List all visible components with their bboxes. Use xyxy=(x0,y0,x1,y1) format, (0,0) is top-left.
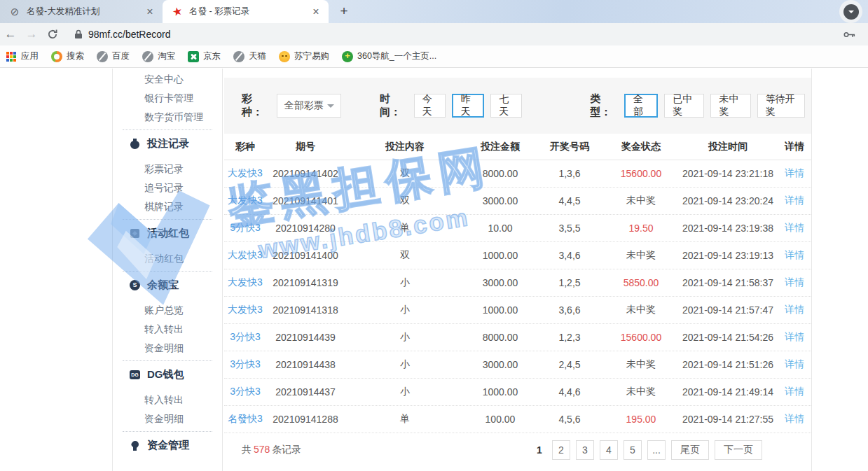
new-tab-button[interactable]: + xyxy=(335,3,353,21)
table-row: 3分快3 20210914439 小 8000.00 1,2,3 15600.0… xyxy=(224,324,811,351)
prize-status: 未中奖 xyxy=(604,304,678,316)
sidebar-item[interactable]: 账户总览 xyxy=(113,301,222,320)
browser-tab[interactable]: 名發 - 彩票记录 xyxy=(163,0,329,23)
last-page-button[interactable]: 尾页 xyxy=(671,440,709,460)
sidebar-item[interactable]: 转入转出 xyxy=(113,320,222,339)
table-row: 3分快3 20210914438 小 3000.00 2,4,5 未中奖 202… xyxy=(224,351,811,379)
time-filter-button[interactable]: 七天 xyxy=(490,94,522,118)
type-filter-button[interactable]: 已中奖 xyxy=(664,94,704,118)
bookmark-item[interactable]: 淘宝 xyxy=(142,50,175,62)
bet-time: 2021-09-14 21:57:47 xyxy=(678,304,778,316)
current-page: 1 xyxy=(532,440,546,460)
sidebar-item[interactable]: 余额宝 xyxy=(123,271,212,295)
bookmark-favicon-icon xyxy=(97,51,108,62)
bet-time: 2021-09-14 23:21:18 xyxy=(678,168,778,179)
refresh-icon[interactable] xyxy=(42,29,63,40)
col-header-lottery: 彩种 xyxy=(224,141,266,153)
type-filter-button[interactable]: 等待开奖 xyxy=(757,94,805,118)
sidebar-item[interactable]: 追号记录 xyxy=(113,178,222,197)
bookmark-item[interactable]: 应用 xyxy=(6,50,39,62)
time-filter-button[interactable]: 今天 xyxy=(414,94,446,118)
lottery-name-link[interactable]: 大发快3 xyxy=(224,167,266,180)
draw-numbers: 2,4,5 xyxy=(535,359,604,370)
lottery-name-link[interactable]: 3分快3 xyxy=(224,358,266,371)
bookmark-item[interactable]: 百度 xyxy=(97,50,130,62)
lottery-name-link[interactable]: 名發快3 xyxy=(224,413,266,426)
lottery-name-link[interactable]: 3分快3 xyxy=(224,386,266,398)
detail-link[interactable]: 详情 xyxy=(778,222,811,234)
type-filter-button[interactable]: 未中奖 xyxy=(710,94,750,118)
sidebar-item[interactable]: 银行卡管理 xyxy=(113,89,222,108)
page-number-button[interactable]: 2 xyxy=(552,440,570,460)
lottery-select[interactable]: 全部彩票 xyxy=(277,94,341,118)
detail-link[interactable]: 详情 xyxy=(778,386,811,398)
prize-status: 5850.00 xyxy=(604,277,678,288)
sidebar-section-icon xyxy=(130,139,140,149)
detail-link[interactable]: 详情 xyxy=(778,249,811,262)
sidebar-item[interactable]: 活动红包 xyxy=(123,219,212,244)
bet-amount: 8000.00 xyxy=(465,332,535,343)
bookmark-label: 搜索 xyxy=(67,50,84,62)
time-filter-group: 今天 昨天 七天 xyxy=(414,94,529,118)
type-filter-button[interactable]: 全部 xyxy=(624,94,658,118)
sidebar-item[interactable]: DG钱包 xyxy=(123,360,212,385)
detail-link[interactable]: 详情 xyxy=(778,167,811,180)
bookmark-item[interactable]: 京东 xyxy=(188,50,221,62)
time-filter-button[interactable]: 昨天 xyxy=(452,94,485,118)
col-header-detail: 详情 xyxy=(778,141,811,153)
lottery-name-link[interactable]: 大发快3 xyxy=(224,304,266,316)
sidebar-item[interactable]: 棋牌记录 xyxy=(113,197,222,216)
lottery-name-link[interactable]: 大发快3 xyxy=(224,276,266,289)
sidebar-item-label: 资金管理 xyxy=(147,439,189,452)
lottery-name-link[interactable]: 3分快3 xyxy=(224,331,266,344)
bookmark-item[interactable]: 苏宁易购 xyxy=(279,50,329,62)
col-header-issue: 期号 xyxy=(266,141,345,153)
chevron-down-icon xyxy=(327,104,334,111)
detail-link[interactable]: 详情 xyxy=(778,358,811,371)
sidebar-item-label: 棋牌记录 xyxy=(144,201,184,212)
sidebar-item[interactable]: 数字货币管理 xyxy=(113,108,222,127)
lottery-name-link[interactable]: 大发快3 xyxy=(224,249,266,262)
sidebar-item[interactable]: 资金明细 xyxy=(113,339,222,358)
sidebar-item[interactable]: 活动红包 xyxy=(113,249,222,268)
total-records: 共578条记录 xyxy=(242,444,301,456)
detail-link[interactable]: 详情 xyxy=(778,331,811,344)
sidebar-item[interactable]: 投注记录 xyxy=(123,129,212,154)
bookmark-item[interactable]: 搜索 xyxy=(51,50,84,62)
bet-content: 单 xyxy=(345,222,465,234)
page-number-button[interactable]: ... xyxy=(647,440,666,460)
bet-amount: 3000.00 xyxy=(465,195,535,206)
page-number-button[interactable]: 4 xyxy=(600,440,618,460)
bet-time: 2021-09-14 23:19:38 xyxy=(678,223,778,234)
detail-link[interactable]: 详情 xyxy=(778,195,811,207)
next-page-button[interactable]: 下一页 xyxy=(715,440,762,460)
address-bar[interactable]: 98mf.cc/betRecord xyxy=(88,29,171,40)
bookmark-item[interactable]: 360导航_一个主页... xyxy=(342,50,436,62)
sidebar-section-icon xyxy=(130,440,140,451)
bet-content: 单 xyxy=(345,413,465,426)
bet-content: 双 xyxy=(345,195,465,207)
total-count: 578 xyxy=(252,444,272,455)
sidebar-item[interactable]: 彩票记录 xyxy=(113,160,222,178)
lottery-name-link[interactable]: 大发快3 xyxy=(224,195,266,207)
sidebar-item[interactable]: 转入转出 xyxy=(113,391,222,409)
tab-close-icon[interactable] xyxy=(310,6,322,17)
detail-link[interactable]: 详情 xyxy=(778,276,811,289)
browser-tab[interactable]: 名發-大发精准计划 xyxy=(0,0,163,23)
bookmark-item[interactable]: 天猫 xyxy=(233,50,266,62)
back-icon[interactable]: ← xyxy=(0,27,21,41)
lottery-name-link[interactable]: 5分快3 xyxy=(224,222,266,234)
key-icon[interactable] xyxy=(843,31,855,38)
forward-icon[interactable]: → xyxy=(21,27,42,41)
detail-link[interactable]: 详情 xyxy=(778,304,811,316)
detail-link[interactable]: 详情 xyxy=(778,413,811,426)
lock-icon[interactable] xyxy=(74,29,83,39)
tab-close-icon[interactable] xyxy=(144,6,156,17)
sidebar-item[interactable]: 资金明细 xyxy=(113,409,222,428)
sidebar-item-label: 安全中心 xyxy=(144,73,184,85)
page-number-button[interactable]: 5 xyxy=(624,440,642,460)
sidebar-item[interactable]: 安全中心 xyxy=(113,70,222,89)
sidebar-item[interactable]: 资金管理 xyxy=(123,431,212,456)
page-number-button[interactable]: 3 xyxy=(576,440,594,460)
browser-menu-button[interactable] xyxy=(839,0,862,23)
